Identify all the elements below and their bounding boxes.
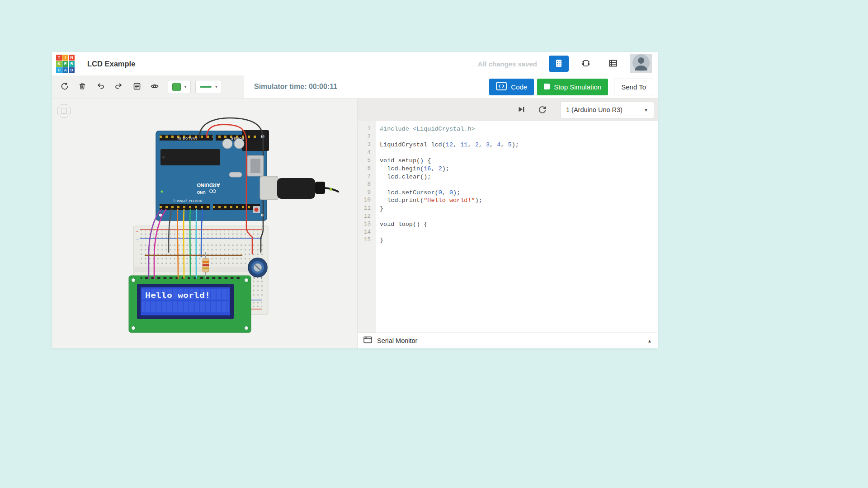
code-line[interactable]: 6 lcd.begin(16, 2); <box>358 165 658 173</box>
circular-arrow-icon <box>538 105 547 115</box>
logo-tile: K <box>56 61 62 67</box>
line-text: lcd.begin(16, 2); <box>376 165 449 173</box>
tool-strip: ▾ ▾ <box>52 75 244 98</box>
code-line[interactable]: 9 lcd.setCursor(0, 0); <box>358 189 658 197</box>
line-text <box>376 181 380 189</box>
line-text: lcd.print("Hello world!"); <box>376 197 482 205</box>
redo-button[interactable] <box>113 81 124 92</box>
components-view-button[interactable] <box>576 56 596 72</box>
zoom-to-fit-button[interactable] <box>57 104 71 118</box>
trash-icon <box>78 82 87 92</box>
logo-tile: I <box>62 55 68 61</box>
code-brackets-icon <box>496 82 507 92</box>
logo-tile: D <box>69 67 75 73</box>
usb-cable[interactable] <box>247 155 338 200</box>
crystal-oscillator <box>229 172 242 177</box>
tinkercad-logo[interactable]: TINKERCAD <box>56 55 75 73</box>
circuit-drawing: + − <box>52 99 357 348</box>
debugger-button[interactable] <box>514 103 528 117</box>
wire-cyan[interactable] <box>196 210 197 278</box>
line-text: void loop() { <box>376 221 427 229</box>
project-title: LCD Example <box>87 60 135 68</box>
visibility-button[interactable] <box>149 81 160 92</box>
circuit-canvas[interactable]: + − <box>52 99 357 348</box>
power-label: POWER <box>231 137 244 140</box>
logo-tile: T <box>56 55 62 61</box>
avatar[interactable] <box>630 54 652 73</box>
send-to-label: Send To <box>621 83 646 91</box>
line-number: 13 <box>358 221 376 229</box>
logo-tile: C <box>56 67 62 73</box>
header: TINKERCAD LCD Example All changes saved <box>52 52 658 75</box>
line-number: 15 <box>358 236 376 244</box>
serial-monitor-icon <box>363 336 372 345</box>
code-line[interactable]: 12 <box>358 213 658 221</box>
line-number: 11 <box>358 205 376 213</box>
rotate-button[interactable] <box>59 81 70 92</box>
restart-simulation-button[interactable] <box>535 103 549 117</box>
toolbar-right: Code Stop Simulation Send To <box>489 79 658 95</box>
component-color-dropdown[interactable]: ▾ <box>168 80 191 94</box>
code-line[interactable]: 1#include <LiquidCrystal.h> <box>358 125 658 133</box>
line-text: lcd.setCursor(0, 0); <box>376 189 460 197</box>
board-selector[interactable]: 1 (Arduino Uno R3) ▼ <box>560 102 654 118</box>
chevron-down-icon: ▾ <box>184 84 186 89</box>
undo-icon <box>96 82 105 92</box>
line-number: 2 <box>358 133 376 141</box>
simulator-time: Simulator time: 00:00:11 <box>254 83 337 91</box>
app-window: TINKERCAD LCD Example All changes saved <box>52 52 658 348</box>
notes-icon <box>132 82 142 92</box>
toolbar: ▾ ▾ Simulator time: 00:00:11 Code Stop S… <box>52 75 658 99</box>
send-to-button[interactable]: Send To <box>614 79 653 95</box>
delete-button[interactable] <box>77 81 88 92</box>
lcd-text: Hello world! <box>145 291 210 300</box>
line-number: 12 <box>358 213 376 221</box>
line-number: 3 <box>358 141 376 149</box>
line-text <box>376 133 380 141</box>
wire-green[interactable] <box>190 210 190 278</box>
serial-monitor-label: Serial Monitor <box>377 337 417 344</box>
stop-icon <box>544 83 550 91</box>
line-number: 1 <box>358 125 376 133</box>
microcontroller-ic <box>160 149 220 165</box>
code-line[interactable]: 7 lcd.clear(); <box>358 173 658 181</box>
code-line[interactable]: 8 <box>358 181 658 189</box>
list-view-button[interactable] <box>603 56 623 72</box>
notes-button[interactable] <box>132 81 142 92</box>
line-text <box>376 229 380 237</box>
chevron-down-icon: ▼ <box>644 108 648 113</box>
autosave-status: All changes saved <box>478 60 537 68</box>
lcd-display[interactable]: Hello world! <box>129 276 251 333</box>
chevron-down-icon: ▾ <box>215 84 217 89</box>
serial-monitor-bar[interactable]: Serial Monitor ▲ <box>358 333 658 348</box>
code-line[interactable]: 15} <box>358 236 658 244</box>
line-text: lcd.clear(); <box>376 173 431 181</box>
code-button[interactable]: Code <box>489 79 534 95</box>
code-line[interactable]: 4 <box>358 149 658 157</box>
debug-step-icon <box>517 105 526 115</box>
wire-type-dropdown[interactable]: ▾ <box>195 80 222 94</box>
stop-button-label: Stop Simulation <box>554 83 601 91</box>
line-number: 10 <box>358 197 376 205</box>
code-editor[interactable]: 1#include <LiquidCrystal.h>23LiquidCryst… <box>358 121 658 333</box>
code-line[interactable]: 14 <box>358 229 658 237</box>
code-line[interactable]: 11} <box>358 205 658 213</box>
circuits-view-button[interactable] <box>549 56 569 72</box>
chevron-up-icon: ▲ <box>647 338 652 343</box>
line-number: 7 <box>358 173 376 181</box>
code-line[interactable]: 3LiquidCrystal lcd(12, 11, 2, 3, 4, 5); <box>358 141 658 149</box>
line-text: } <box>376 236 383 244</box>
wire-yellow[interactable] <box>184 210 184 278</box>
stop-simulation-button[interactable]: Stop Simulation <box>537 79 608 95</box>
board-selector-value: 1 (Arduino Uno R3) <box>566 106 623 113</box>
code-line[interactable]: 5void setup() { <box>358 157 658 165</box>
digital-label: DIGITAL (PWM~) <box>173 199 202 202</box>
arduino-brand-label: ARDUINO <box>197 183 220 188</box>
code-line[interactable]: 2 <box>358 133 658 141</box>
undo-button[interactable] <box>95 81 106 92</box>
code-line[interactable]: 10 lcd.print("Hello world!"); <box>358 197 658 205</box>
rail-minus-label: − <box>136 237 138 241</box>
line-text: #include <LiquidCrystal.h> <box>376 125 475 133</box>
rotate-icon <box>60 82 69 92</box>
code-line[interactable]: 13void loop() { <box>358 221 658 229</box>
